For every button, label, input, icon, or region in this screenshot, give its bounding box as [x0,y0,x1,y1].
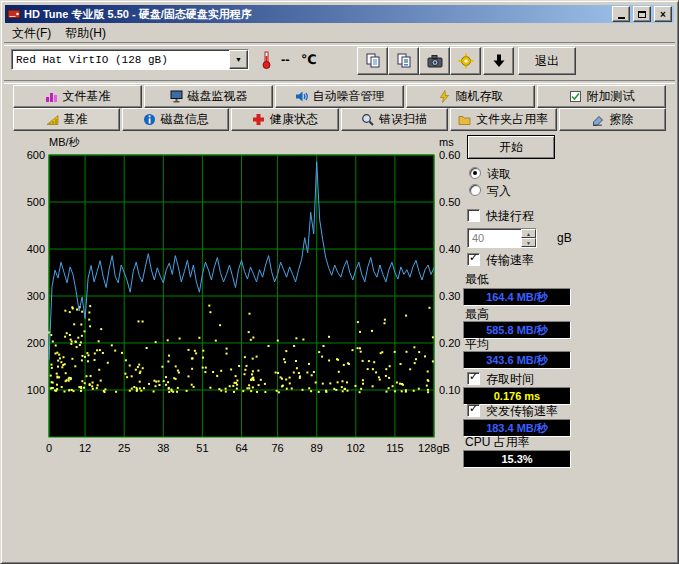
copy-icon [365,53,381,69]
spinner-down-icon[interactable]: ▼ [521,238,536,247]
magnifier-icon [361,113,374,126]
window-title: HD Tune 专业版 5.50 - 硬盘/固态硬盘实用程序 [24,7,609,22]
tab-health[interactable]: 健康状态 [231,108,338,131]
avg-speed-value: 343.6 MB/秒 [463,351,571,369]
eraser-icon [591,113,604,126]
copy-text-button[interactable] [357,47,388,75]
tab-random-access[interactable]: 随机存取 [406,85,535,108]
titlebar: HD Tune 专业版 5.50 - 硬盘/固态硬盘实用程序 × [5,5,674,23]
download-arrow-icon [491,53,507,69]
tab-label: 自动噪音管理 [313,88,385,105]
transfer-rate-checkbox[interactable] [467,253,480,266]
svg-text:76: 76 [271,442,283,454]
tab-disk-monitor[interactable]: 磁盘监视器 [144,85,273,108]
svg-text:0.60: 0.60 [439,149,460,161]
cpu-usage-label: CPU 占用率 [465,434,530,451]
tab-error-scan[interactable]: 错误扫描 [341,108,448,131]
tab-label: 磁盘监视器 [188,88,248,105]
disk-info-icon [143,113,156,126]
svg-text:400: 400 [27,243,45,255]
folder-icon [458,113,471,126]
min-label: 最低 [465,271,489,288]
benchmark-icon [46,113,59,126]
tabrow-main: 基准 磁盘信息 健康状态 错误扫描 文件夹占用率 擦除 [13,108,666,131]
svg-text:0.20: 0.20 [439,337,460,349]
svg-text:600: 600 [27,149,45,161]
drive-select-value: Red Hat VirtIO (128 gB) [12,54,229,66]
svg-text:0.40: 0.40 [439,243,460,255]
options-gear-icon [458,53,474,69]
tab-benchmark[interactable]: 基准 [13,108,120,131]
start-button[interactable]: 开始 [467,135,555,159]
svg-text:0.30: 0.30 [439,290,460,302]
benchmark-chart: 1002003004005006000.100.200.300.400.500.… [9,133,461,467]
tab-label: 随机存取 [456,88,504,105]
menu-help[interactable]: 帮助(H) [58,24,113,43]
drive-select-combo[interactable]: Red Hat VirtIO (128 gB) ▼ [11,49,249,70]
thermometer-icon [259,50,273,70]
burst-rate-checkbox[interactable] [467,404,480,417]
menubar: 文件(F) 帮助(H) [5,25,674,42]
tab-file-benchmark[interactable]: 文件基准 [13,85,142,108]
capacity-spinner[interactable]: 40 ▲ ▼ [467,228,537,248]
tab-label: 基准 [64,111,88,128]
minimize-button[interactable] [612,6,630,22]
extra-tests-icon [569,90,582,103]
tab-aam[interactable]: 自动噪音管理 [275,85,404,108]
maximize-button[interactable] [633,6,651,22]
menu-file[interactable]: 文件(F) [5,24,58,43]
temperature-value: -- [281,52,290,67]
exit-button[interactable]: 退出 [518,47,576,75]
tab-label: 健康状态 [270,111,318,128]
svg-text:0: 0 [46,442,52,454]
write-label: 写入 [487,183,511,200]
svg-text:89: 89 [311,442,323,454]
write-radio[interactable] [469,184,481,196]
svg-text:12: 12 [79,442,91,454]
svg-text:500: 500 [27,196,45,208]
svg-text:200: 200 [27,337,45,349]
short-stroke-label: 快捷行程 [486,208,534,225]
copy-image-button[interactable] [388,47,419,75]
cpu-usage-value: 15.3% [463,450,571,468]
temperature-unit: ℃ [301,52,317,67]
camera-icon [427,53,443,69]
speaker-icon [295,90,308,103]
options-button[interactable] [450,47,481,75]
tab-label: 附加测试 [587,88,635,105]
short-stroke-checkbox[interactable] [467,209,480,222]
svg-text:51: 51 [196,442,208,454]
tab-disk-info[interactable]: 磁盘信息 [122,108,229,131]
save-results-button[interactable] [483,47,514,75]
combo-dropdown-arrow-icon[interactable]: ▼ [229,50,248,69]
disk-monitor-icon [170,90,183,103]
benchmark-chart-area: 1002003004005006000.100.200.300.400.500.… [9,133,461,471]
divider [4,80,675,84]
svg-text:115: 115 [386,442,404,454]
close-button[interactable]: × [654,6,672,22]
random-access-icon [438,90,451,103]
spinner-up-icon[interactable]: ▲ [521,229,536,238]
screenshot-button[interactable] [419,47,450,75]
svg-text:0.50: 0.50 [439,196,460,208]
svg-text:38: 38 [157,442,169,454]
access-time-checkbox[interactable] [467,372,480,385]
hdtune-window: HD Tune 专业版 5.50 - 硬盘/固态硬盘实用程序 × 文件(F) 帮… [0,0,679,564]
svg-text:102: 102 [347,442,365,454]
svg-text:25: 25 [118,442,130,454]
svg-text:64: 64 [235,442,247,454]
tab-folder-usage[interactable]: 文件夹占用率 [450,108,557,131]
min-speed-value: 164.4 MB/秒 [463,288,571,306]
tab-extra-tests[interactable]: 附加测试 [537,85,666,108]
transfer-rate-label: 传输速率 [486,252,534,269]
tabrow-top: 文件基准 磁盘监视器 自动噪音管理 随机存取 附加测试 [13,85,666,108]
read-label: 读取 [487,166,511,183]
tab-erase[interactable]: 擦除 [559,108,666,131]
read-radio[interactable] [469,167,481,179]
burst-rate-label: 突发传输速率 [486,403,558,420]
health-cross-icon [252,113,265,126]
tab-label: 擦除 [609,111,633,128]
file-benchmark-icon [45,90,58,103]
svg-text:100: 100 [27,384,45,396]
tab-label: 错误扫描 [379,111,427,128]
